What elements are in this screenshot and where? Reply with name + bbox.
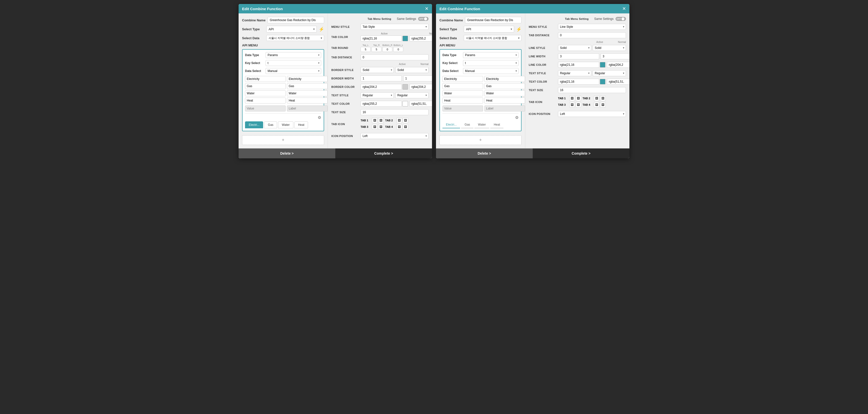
tab-round-br-1[interactable] bbox=[382, 47, 392, 52]
toggle-1[interactable]: OFF bbox=[418, 17, 429, 21]
item-value-2-1[interactable] bbox=[245, 90, 286, 96]
item-value-1-1[interactable] bbox=[245, 83, 286, 89]
border-color-normal-input-1[interactable] bbox=[409, 84, 432, 90]
item-label-1-1[interactable] bbox=[287, 83, 328, 89]
tab-distance-input-1[interactable] bbox=[361, 54, 429, 60]
label-input-1[interactable] bbox=[287, 106, 328, 112]
text-style-active-select-1[interactable]: Regular bbox=[361, 92, 394, 98]
text-color-active-swatch-2[interactable] bbox=[600, 79, 606, 84]
combine-name-input-1[interactable] bbox=[268, 17, 324, 23]
tab-color-active-input-1[interactable] bbox=[361, 35, 402, 41]
item-label-1-2[interactable] bbox=[484, 83, 525, 89]
item-value-0-1[interactable] bbox=[245, 76, 286, 82]
tab4-icon-b-2[interactable]: 🖼 bbox=[600, 102, 606, 108]
text-color-normal-input-2[interactable] bbox=[607, 79, 629, 85]
border-color-active-swatch-1[interactable] bbox=[403, 84, 408, 90]
label-input-2[interactable] bbox=[484, 106, 525, 112]
tab4-icon-a-2[interactable]: 🖼 bbox=[594, 102, 599, 108]
item-label-2-2[interactable] bbox=[484, 90, 525, 96]
tab1-icon-a-1[interactable]: 🖼 bbox=[372, 118, 377, 123]
tab-gas-2[interactable]: Gas bbox=[461, 121, 473, 128]
tab-water-2[interactable]: Water bbox=[474, 121, 489, 128]
toggle-2[interactable]: OFF bbox=[616, 17, 626, 21]
tab1-icon-b-2[interactable]: 🖼 bbox=[576, 95, 581, 101]
select-type-select-2[interactable]: API bbox=[464, 26, 514, 32]
data-select-select-1[interactable]: Manual bbox=[266, 68, 321, 74]
tab1-icon-a-2[interactable]: 🖼 bbox=[569, 95, 575, 101]
add-button-1[interactable]: + bbox=[242, 135, 324, 145]
tab-electricity-1[interactable]: Electri... bbox=[245, 121, 263, 128]
item-label-0-1[interactable] bbox=[287, 76, 328, 82]
border-style-active-select-1[interactable]: Solid bbox=[361, 67, 394, 73]
select-type-select-1[interactable]: API bbox=[266, 26, 317, 32]
line-style-normal-select-2[interactable]: Solid bbox=[593, 45, 626, 51]
data-type-select-2[interactable]: Params bbox=[463, 52, 519, 58]
text-style-normal-select-1[interactable]: Regular bbox=[395, 92, 429, 98]
tab3-icon-b-1[interactable]: 🖼 bbox=[378, 124, 384, 129]
border-width-normal-1[interactable] bbox=[403, 76, 432, 81]
tab2-icon-a-1[interactable]: 🖼 bbox=[397, 118, 402, 123]
text-color-active-input-2[interactable] bbox=[558, 79, 599, 85]
line-width-active-2[interactable] bbox=[558, 53, 599, 59]
tab-gas-1[interactable]: Gas bbox=[264, 121, 277, 128]
menu-style-select-1[interactable]: Tab Style bbox=[361, 24, 429, 30]
text-size-input-2[interactable] bbox=[558, 87, 626, 93]
border-width-active-1[interactable] bbox=[361, 76, 402, 81]
text-color-active-swatch-1[interactable] bbox=[403, 101, 408, 107]
border-style-normal-select-1[interactable]: Solid bbox=[395, 67, 429, 73]
value-input-2[interactable] bbox=[442, 106, 483, 112]
tab-distance-input-2[interactable] bbox=[558, 32, 626, 38]
item-label-3-2[interactable] bbox=[484, 97, 525, 104]
settings-gear-1[interactable]: ⚙ bbox=[245, 115, 321, 120]
item-value-0-2[interactable] bbox=[442, 76, 483, 82]
value-input-1[interactable] bbox=[245, 106, 286, 112]
complete-button-2[interactable]: Complete > bbox=[533, 148, 629, 158]
text-color-normal-input-1[interactable] bbox=[409, 101, 432, 107]
tab3-icon-a-1[interactable]: 🖼 bbox=[372, 124, 377, 129]
icon-position-select-2[interactable]: Left bbox=[558, 111, 626, 117]
line-width-normal-2[interactable] bbox=[601, 53, 629, 59]
key-select-select-1[interactable]: t bbox=[266, 60, 321, 66]
select-data-select-2[interactable]: 서울시 지역별 에너지 소비량 종합 bbox=[464, 35, 522, 41]
delete-button-1[interactable]: Delete > bbox=[239, 148, 335, 158]
line-color-normal-input-2[interactable] bbox=[607, 62, 629, 68]
complete-button-1[interactable]: Complete > bbox=[335, 148, 432, 158]
tab-heat-1[interactable]: Heat bbox=[294, 121, 308, 128]
tab-color-normal-input-1[interactable] bbox=[409, 35, 432, 41]
text-style-normal-select-2[interactable]: Regular bbox=[593, 70, 626, 76]
data-select-select-2[interactable]: Manual bbox=[463, 68, 519, 74]
key-select-select-2[interactable]: t bbox=[463, 60, 519, 66]
dialog-1-close[interactable]: ✕ bbox=[425, 6, 429, 11]
text-style-active-select-2[interactable]: Regular bbox=[558, 70, 591, 76]
tab4-icon-b-1[interactable]: 🖼 bbox=[403, 124, 408, 129]
item-value-2-2[interactable] bbox=[442, 90, 483, 96]
item-value-1-2[interactable] bbox=[442, 83, 483, 89]
item-value-3-1[interactable] bbox=[245, 97, 286, 104]
settings-gear-2[interactable]: ⚙ bbox=[442, 115, 519, 120]
tab-round-tr-1[interactable] bbox=[372, 47, 381, 52]
tab3-icon-b-2[interactable]: 🖼 bbox=[576, 102, 581, 108]
tab2-icon-a-2[interactable]: 🖼 bbox=[594, 95, 599, 101]
tab-heat-2[interactable]: Heat bbox=[490, 121, 503, 128]
dialog-2-close[interactable]: ✕ bbox=[622, 6, 626, 11]
tab-electricity-2[interactable]: Electri... bbox=[442, 121, 460, 128]
lightning-icon-2[interactable]: ⚡ bbox=[516, 27, 522, 32]
item-label-0-2[interactable] bbox=[484, 76, 525, 82]
menu-style-select-2[interactable]: Line Style bbox=[558, 24, 626, 30]
tab-round-bl-1[interactable] bbox=[393, 47, 403, 52]
line-color-active-swatch-2[interactable] bbox=[600, 62, 606, 67]
tab-water-1[interactable]: Water bbox=[278, 121, 293, 128]
text-color-active-input-1[interactable] bbox=[361, 101, 402, 107]
combine-name-input-2[interactable] bbox=[465, 17, 522, 23]
item-label-3-1[interactable] bbox=[287, 97, 328, 104]
tab-round-tl-1[interactable] bbox=[361, 47, 371, 52]
delete-button-2[interactable]: Delete > bbox=[436, 148, 533, 158]
lightning-icon-1[interactable]: ⚡ bbox=[319, 27, 324, 32]
line-style-active-select-2[interactable]: Solid bbox=[558, 45, 591, 51]
tab2-icon-b-2[interactable]: 🖼 bbox=[600, 95, 606, 101]
line-color-active-input-2[interactable] bbox=[558, 62, 599, 68]
tab3-icon-a-2[interactable]: 🖼 bbox=[569, 102, 575, 108]
item-value-3-2[interactable] bbox=[442, 97, 483, 104]
border-color-active-input-1[interactable] bbox=[361, 84, 402, 90]
icon-position-select-1[interactable]: Left bbox=[361, 133, 429, 139]
